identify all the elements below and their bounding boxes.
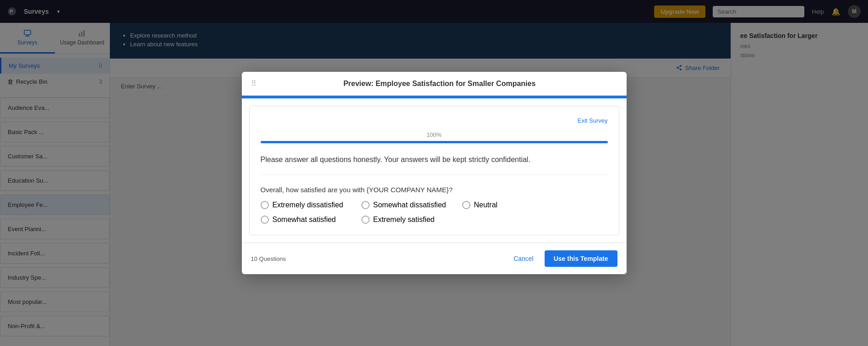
radio-row-1: Extremely dissatisfied Somewhat dissatis…: [261, 201, 608, 209]
progress-label: 100%: [261, 131, 608, 138]
radio-extremely-dissatisfied[interactable]: [261, 201, 269, 209]
drag-handle-icon: ⠿: [251, 79, 257, 88]
option-label-neutral: Neutral: [474, 201, 498, 209]
option-somewhat-satisfied[interactable]: Somewhat satisfied: [261, 216, 361, 224]
option-label-extremely-satisfied: Extremely satisfied: [373, 216, 435, 224]
modal: ⠿ Preview: Employee Satisfaction for Sma…: [242, 72, 627, 274]
modal-header: ⠿ Preview: Employee Satisfaction for Sma…: [242, 72, 627, 96]
survey-progress-bar-wrap: [261, 141, 608, 143]
survey-scroll-container[interactable]: Exit Survey 100% Please answer all quest…: [242, 98, 627, 243]
survey-intro-text: Please answer all questions honestly. Yo…: [261, 154, 608, 175]
use-template-button[interactable]: Use this Template: [545, 250, 617, 267]
cancel-button[interactable]: Cancel: [508, 250, 539, 267]
exit-survey-link[interactable]: Exit Survey: [261, 117, 608, 124]
radio-neutral[interactable]: [462, 201, 470, 209]
survey-question-label: Overall, how satisfied are you with {YOU…: [261, 186, 608, 194]
option-label-somewhat-satisfied: Somewhat satisfied: [273, 216, 336, 224]
modal-actions: Cancel Use this Template: [508, 250, 617, 267]
option-label-extremely-dissatisfied: Extremely dissatisfied: [273, 201, 344, 209]
radio-extremely-satisfied[interactable]: [361, 216, 370, 224]
option-somewhat-dissatisfied[interactable]: Somewhat dissatisfied: [361, 201, 462, 209]
option-extremely-dissatisfied[interactable]: Extremely dissatisfied: [261, 201, 361, 209]
survey-progress-bar: [261, 141, 608, 143]
survey-inner: Exit Survey 100% Please answer all quest…: [249, 106, 619, 235]
option-extremely-satisfied[interactable]: Extremely satisfied: [361, 216, 462, 224]
option-label-somewhat-dissatisfied: Somewhat dissatisfied: [373, 201, 446, 209]
modal-overlay: ⠿ Preview: Employee Satisfaction for Sma…: [0, 0, 868, 346]
radio-somewhat-satisfied[interactable]: [261, 216, 269, 224]
questions-count: 10 Questions: [251, 255, 286, 262]
modal-title: Preview: Employee Satisfaction for Small…: [262, 80, 617, 88]
option-neutral[interactable]: Neutral: [462, 201, 563, 209]
radio-somewhat-dissatisfied[interactable]: [361, 201, 370, 209]
radio-row-2: Somewhat satisfied Extremely satisfied: [261, 216, 608, 224]
modal-footer: 10 Questions Cancel Use this Template: [242, 243, 627, 274]
